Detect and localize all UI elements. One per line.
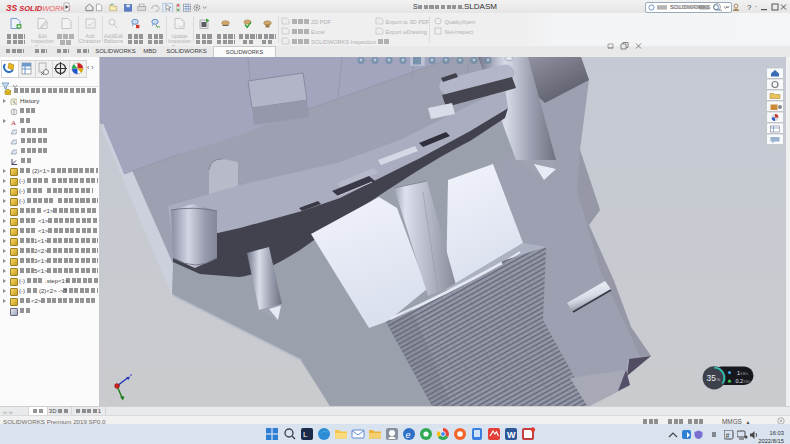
svg-text:e: e: [406, 430, 411, 440]
svg-text:#: #: [726, 432, 730, 439]
svg-text:SOLIDWORKS: SOLIDWORKS: [670, 4, 711, 10]
svg-text:%: %: [717, 377, 721, 382]
svg-text:0.2: 0.2: [736, 378, 744, 384]
svg-text:?: ?: [747, 3, 752, 12]
svg-text:·: ·: [755, 3, 757, 10]
svg-text:A: A: [11, 119, 16, 125]
svg-text:L: L: [303, 430, 308, 439]
svg-text:35: 35: [707, 373, 717, 383]
svg-text:KB/s: KB/s: [744, 380, 752, 384]
svg-text:W: W: [507, 430, 516, 440]
svg-text:KB/s: KB/s: [741, 372, 749, 376]
